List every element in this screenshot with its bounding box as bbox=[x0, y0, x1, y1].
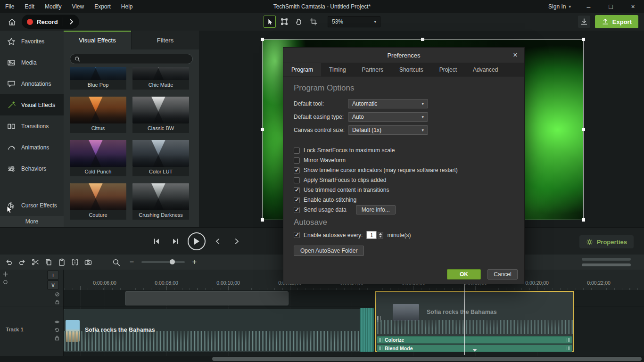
tab-program[interactable]: Program bbox=[283, 63, 321, 76]
spinner-down-icon[interactable] bbox=[379, 236, 382, 238]
sidebar-item-visual-effects[interactable]: Visual Effects bbox=[0, 94, 64, 115]
resize-handle-left[interactable] bbox=[261, 128, 264, 131]
sign-in-menu[interactable]: Sign In ▾ bbox=[542, 0, 578, 13]
properties-button[interactable]: Properties bbox=[579, 235, 634, 248]
effect-row-colorize[interactable]: Colorize bbox=[377, 336, 572, 344]
close-button[interactable]: × bbox=[622, 0, 644, 13]
open-autosave-folder-button[interactable]: Open AutoSave Folder bbox=[294, 246, 364, 256]
add-track-button[interactable]: + bbox=[47, 271, 59, 280]
cancel-button[interactable]: Cancel bbox=[487, 269, 518, 280]
default-tool-select[interactable]: Automatic ▾ bbox=[348, 99, 428, 108]
media-clip[interactable]: Sofia rocks the Bahamas bbox=[64, 309, 361, 352]
checkbox-timeline-cursor-indicators[interactable] bbox=[294, 167, 300, 173]
timeline-zoom-slider[interactable] bbox=[141, 261, 185, 263]
effect-card-crushing-darkness[interactable]: Crushing Darkness bbox=[132, 183, 189, 220]
export-button[interactable]: Export bbox=[595, 15, 638, 28]
timeline-mini-scrollbar-top[interactable] bbox=[582, 258, 631, 261]
pan-tool-button[interactable] bbox=[293, 16, 305, 28]
collapse-effects-arrow[interactable] bbox=[472, 349, 477, 352]
undo-button[interactable] bbox=[3, 256, 15, 268]
timeline-zoom-button[interactable] bbox=[110, 256, 122, 268]
play-button[interactable] bbox=[188, 232, 206, 250]
playhead[interactable] bbox=[464, 282, 465, 355]
step-forward-button[interactable] bbox=[169, 235, 182, 248]
zoom-in-button[interactable]: + bbox=[189, 256, 200, 268]
zoom-out-button[interactable]: − bbox=[126, 256, 138, 268]
checkbox-mirror-waveform[interactable] bbox=[294, 157, 300, 164]
previous-clip-button[interactable] bbox=[211, 235, 224, 248]
menu-modify[interactable]: Modify bbox=[40, 0, 66, 13]
autosave-spinner[interactable] bbox=[378, 232, 383, 239]
maximize-button[interactable]: □ bbox=[600, 0, 622, 13]
effect-card-color-lut[interactable]: Color LUT bbox=[132, 140, 189, 176]
lock-icon[interactable] bbox=[55, 299, 60, 304]
effect-card-chic-matte[interactable]: Chic Matte bbox=[132, 67, 189, 90]
menu-edit[interactable]: Edit bbox=[19, 0, 40, 13]
paste-button[interactable] bbox=[56, 256, 67, 268]
download-button[interactable] bbox=[578, 16, 590, 28]
resize-handle-top[interactable] bbox=[421, 38, 424, 41]
tab-filters[interactable]: Filters bbox=[131, 31, 199, 49]
timeline-horizontal-scrollbar[interactable] bbox=[0, 356, 644, 362]
sidebar-more-button[interactable]: More bbox=[0, 216, 64, 227]
more-info-button[interactable]: More info... bbox=[356, 205, 396, 214]
record-chevron-button[interactable] bbox=[67, 19, 76, 25]
redo-button[interactable] bbox=[16, 256, 28, 268]
menu-file[interactable]: File bbox=[0, 0, 19, 13]
checkbox-enable-autosave[interactable] bbox=[294, 232, 300, 238]
sidebar-item-behaviors[interactable]: Behaviors bbox=[0, 158, 64, 179]
home-button[interactable] bbox=[5, 15, 19, 29]
effect-card-blue-pop[interactable]: Blue Pop bbox=[70, 67, 126, 90]
preferences-title-bar[interactable]: Preferences × bbox=[283, 48, 524, 63]
selected-media-clip[interactable]: Sofia rocks the Bahamas Colorize Blend M… bbox=[375, 291, 574, 352]
loop-icon[interactable] bbox=[54, 327, 60, 333]
disable-track-icon[interactable] bbox=[55, 292, 60, 297]
tab-project[interactable]: Project bbox=[431, 63, 465, 76]
record-button[interactable]: Record bbox=[22, 15, 79, 29]
sidebar-item-animations[interactable]: Animations bbox=[0, 137, 64, 158]
transform-tool-button[interactable] bbox=[278, 16, 290, 28]
scrollbar-thumb[interactable] bbox=[212, 357, 642, 361]
checkbox-lock-smartfocus[interactable] bbox=[294, 148, 300, 154]
effects-scroll-area[interactable]: Blue Pop Chic Matte Citrus Classic BW Co… bbox=[64, 67, 199, 227]
effect-card-cold-punch[interactable]: Cold Punch bbox=[70, 140, 126, 176]
resize-handle-bottom-right[interactable] bbox=[582, 218, 585, 222]
canvas-zoom-select[interactable]: 53% ▾ bbox=[328, 16, 380, 27]
tab-timing[interactable]: Timing bbox=[321, 63, 354, 76]
eye-icon[interactable] bbox=[54, 319, 60, 325]
effect-grip[interactable] bbox=[379, 338, 382, 342]
sidebar-item-favorites[interactable]: Favorites bbox=[0, 31, 64, 52]
resize-handle-right[interactable] bbox=[582, 128, 585, 131]
effect-grip[interactable] bbox=[379, 346, 382, 350]
tab-visual-effects[interactable]: Visual Effects bbox=[64, 31, 131, 49]
transition-segment[interactable] bbox=[360, 308, 374, 352]
previous-frame-button[interactable] bbox=[150, 235, 163, 248]
search-input[interactable] bbox=[83, 56, 188, 62]
resize-handle-top-right[interactable] bbox=[582, 38, 585, 41]
cut-button[interactable] bbox=[29, 256, 41, 268]
checkbox-auto-stitching[interactable] bbox=[294, 197, 300, 203]
spinner-up-icon[interactable] bbox=[379, 233, 382, 235]
checkbox-apply-smartfocus[interactable] bbox=[294, 177, 300, 183]
effect-card-couture[interactable]: Couture bbox=[70, 183, 126, 220]
effect-grip[interactable] bbox=[567, 338, 570, 342]
effect-card-citrus[interactable]: Citrus bbox=[70, 97, 126, 133]
ok-button[interactable]: OK bbox=[447, 269, 481, 280]
search-box[interactable] bbox=[70, 54, 193, 64]
tab-partners[interactable]: Partners bbox=[354, 63, 391, 76]
upper-track-clip[interactable] bbox=[125, 291, 289, 305]
checkbox-trimmed-content[interactable] bbox=[294, 187, 300, 193]
zoom-slider-knob[interactable] bbox=[170, 259, 175, 264]
copy-button[interactable] bbox=[42, 256, 54, 268]
select-tool-button[interactable] bbox=[264, 16, 276, 28]
lock-icon[interactable] bbox=[54, 335, 60, 341]
menu-help[interactable]: Help bbox=[116, 0, 138, 13]
crop-tool-button[interactable] bbox=[307, 16, 320, 28]
menu-view[interactable]: View bbox=[66, 0, 89, 13]
dialog-close-button[interactable]: × bbox=[510, 50, 520, 60]
tab-advanced[interactable]: Advanced bbox=[465, 63, 506, 76]
next-clip-button[interactable] bbox=[230, 235, 243, 248]
default-easing-select[interactable]: Auto ▾ bbox=[348, 112, 428, 122]
checkbox-send-usage-data[interactable] bbox=[294, 207, 300, 213]
resize-handle-top-left[interactable] bbox=[261, 38, 264, 41]
